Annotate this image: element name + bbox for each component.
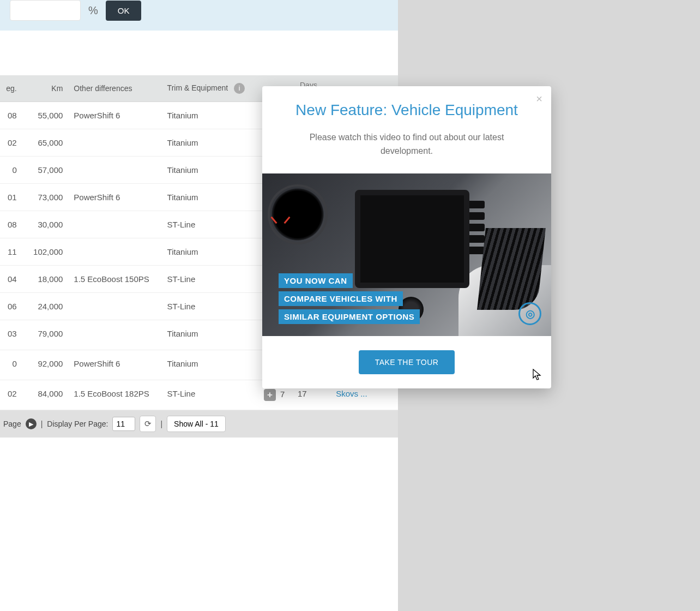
- col-reg[interactable]: eg.: [0, 75, 22, 102]
- cell-trim: Titanium: [162, 157, 258, 184]
- cell-km: 57,000: [22, 157, 69, 184]
- col-km[interactable]: Km: [22, 75, 69, 102]
- cell-other: [68, 238, 161, 266]
- cell-reg: 02: [0, 129, 22, 157]
- cell-km: 55,000: [22, 102, 69, 129]
- cell-trim: Titanium: [162, 350, 258, 380]
- cell-other: 1.5 EcoBoost 182PS: [68, 380, 161, 410]
- display-per-page-label: Display Per Page:: [47, 420, 108, 428]
- percent-symbol: %: [88, 4, 98, 17]
- brand-watermark-icon: ◎: [518, 302, 541, 325]
- per-page-input[interactable]: [112, 417, 135, 431]
- cell-other: [68, 157, 161, 184]
- cell-other: [68, 320, 161, 350]
- cell-reg: 06: [0, 293, 22, 320]
- cell-reg: 0: [0, 350, 22, 380]
- cell-reg: 08: [0, 102, 22, 129]
- cell-trim: Titanium: [162, 238, 258, 266]
- modal-title: New Feature: Vehicle Equipment: [262, 86, 551, 131]
- cell-km: 92,000: [22, 350, 69, 380]
- page-label: Page: [3, 420, 21, 428]
- cell-km: 102,000: [22, 238, 69, 266]
- cell-other: PowerShift 6: [68, 350, 161, 380]
- col-other[interactable]: Other differences: [68, 75, 161, 102]
- console-buttons-icon: [464, 201, 485, 258]
- cell-reg: 02: [0, 380, 22, 410]
- video-line-1: YOU NOW CAN: [279, 273, 353, 288]
- modal-description: Please watch this video to find out abou…: [262, 131, 551, 173]
- refresh-icon[interactable]: ⟳: [140, 416, 156, 432]
- cell-other: PowerShift 6: [68, 102, 161, 129]
- next-page-icon[interactable]: ▶: [26, 418, 37, 429]
- filter-bar: % OK: [0, 0, 398, 31]
- cell-km: 65,000: [22, 129, 69, 157]
- cell-reg: 01: [0, 184, 22, 211]
- cell-reg: 11: [0, 238, 22, 266]
- cell-km: 18,000: [22, 266, 69, 293]
- ok-button[interactable]: OK: [106, 1, 142, 21]
- cell-trim: Titanium: [162, 102, 258, 129]
- cell-km: 24,000: [22, 293, 69, 320]
- pager: Page ▶ | Display Per Page: ⟳ | Show All …: [0, 410, 398, 438]
- cell-trim: ST-Line: [162, 266, 258, 293]
- video-caption: YOU NOW CAN COMPARE VEHICLES WITH SIMILA…: [279, 273, 420, 324]
- col-trim-label: Trim & Equipment: [167, 83, 228, 92]
- pager-sep-1: |: [41, 420, 43, 428]
- cell-other: [68, 129, 161, 157]
- cell-km: 84,000: [22, 380, 69, 410]
- cell-trim: ST-Line: [162, 380, 258, 410]
- pager-sep-2: |: [160, 420, 162, 428]
- modal-footer: TAKE THE TOUR: [262, 336, 551, 388]
- cell-km: 73,000: [22, 184, 69, 211]
- feature-video[interactable]: ◎ YOU NOW CAN COMPARE VEHICLES WITH SIMI…: [262, 173, 551, 336]
- cell-trim: Titanium: [162, 320, 258, 350]
- cell-other: PowerShift 6: [68, 184, 161, 211]
- cell-reg: 0: [0, 157, 22, 184]
- video-line-3: SIMILAR EQUIPMENT OPTIONS: [279, 309, 420, 324]
- cell-trim: ST-Line: [162, 293, 258, 320]
- cell-reg: 08: [0, 211, 22, 238]
- expand-icon[interactable]: +: [264, 389, 276, 401]
- air-vent-icon: [477, 228, 546, 310]
- cell-trim: Titanium: [162, 129, 258, 157]
- cell-other: 1.5 EcoBoost 150PS: [68, 266, 161, 293]
- cell-trim: Titanium: [162, 184, 258, 211]
- take-tour-button[interactable]: TAKE THE TOUR: [359, 350, 455, 374]
- cell-reg: 04: [0, 266, 22, 293]
- cell-km: 30,000: [22, 211, 69, 238]
- show-all-button[interactable]: Show All - 11: [167, 416, 226, 432]
- cell-trim: ST-Line: [162, 211, 258, 238]
- info-icon[interactable]: i: [234, 83, 245, 94]
- cell-reg: 03: [0, 320, 22, 350]
- cell-other: [68, 293, 161, 320]
- cell-other: [68, 211, 161, 238]
- close-icon[interactable]: ×: [536, 93, 542, 105]
- cell-km: 79,000: [22, 320, 69, 350]
- percent-input[interactable]: [10, 0, 81, 21]
- col-trim[interactable]: Trim & Equipment i: [162, 75, 258, 102]
- video-line-2: COMPARE VEHICLES WITH: [279, 291, 403, 306]
- feature-modal: × New Feature: Vehicle Equipment Please …: [262, 86, 551, 388]
- gauge-icon: [270, 214, 292, 236]
